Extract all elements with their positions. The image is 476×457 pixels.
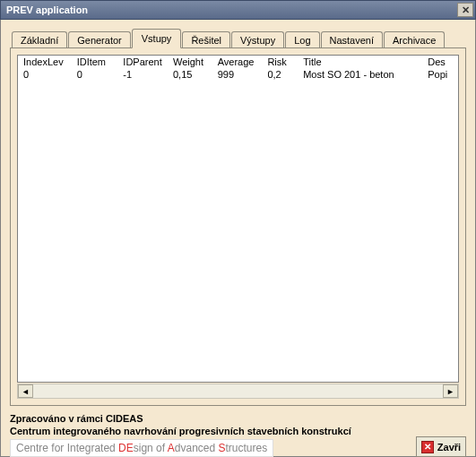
cell: 0,15 [168,68,212,81]
cell: 0,2 [262,68,298,81]
logo-text: DE [118,442,134,454]
list-header: IndexLevIDItemIDParentWeightAverageRiskT… [18,56,458,68]
cell: 0 [72,68,118,81]
logo-text: A [168,442,175,454]
tab-vstupy[interactable]: Vstupy [132,29,182,48]
window-close-button[interactable]: ✕ [457,3,473,17]
column-header[interactable]: IDItem [72,56,118,68]
logo-text: S [219,442,226,454]
arrow-right-icon: ► [446,387,454,396]
cell: Most SO 201 - beton [298,68,422,81]
scroll-right-button[interactable]: ► [443,384,458,398]
scroll-left-button[interactable]: ◄ [18,384,33,398]
logo-text: tructures [226,442,268,454]
cell: 0 [18,68,72,81]
column-header[interactable]: Title [298,56,422,68]
table-row[interactable]: 00-10,159990,2Most SO 201 - betonPopi [18,68,458,81]
footer-line2: Centrum integrovaného navrhování progres… [10,426,466,436]
arrow-left-icon: ◄ [22,387,30,396]
close-button[interactable]: ✕ Zavři [416,436,466,457]
tab-archivace[interactable]: Archivace [384,31,445,48]
close-x-icon: ✕ [421,441,434,453]
cell: Popi [422,68,458,81]
window-title: PREV application [6,4,88,15]
tab-řešitel[interactable]: Řešitel [182,31,230,48]
window-body: ZákladníGeneratorVstupyŘešitelVýstupyLog… [0,20,476,457]
column-header[interactable]: IDParent [117,56,168,68]
tab-bar: ZákladníGeneratorVstupyŘešitelVýstupyLog… [12,29,466,47]
column-header[interactable]: Des [422,56,458,68]
horizontal-scrollbar[interactable]: ◄ ► [17,384,459,399]
list-view[interactable]: IndexLevIDItemIDParentWeightAverageRiskT… [17,55,459,383]
column-header[interactable]: Average [212,56,263,68]
logo-text: dvanced [175,442,219,454]
tab-generator[interactable]: Generator [68,31,131,48]
footer: Zpracováno v rámci CIDEAS Centrum integr… [10,413,466,457]
cell: -1 [117,68,168,81]
tab-výstupy[interactable]: Výstupy [231,31,284,48]
logo-text: sign of [134,442,168,454]
list-rows: 00-10,159990,2Most SO 201 - betonPopi [18,68,458,81]
tab-nastavení[interactable]: Nastavení [321,31,384,48]
cideas-logo: Centre for Integrated DEsign of Advanced… [10,439,273,457]
column-header[interactable]: Risk [262,56,298,68]
column-header[interactable]: IndexLev [18,56,72,68]
tab-panel: IndexLevIDItemIDParentWeightAverageRiskT… [10,47,466,406]
tab-log[interactable]: Log [285,31,319,48]
column-header[interactable]: Weight [168,56,212,68]
cell: 999 [212,68,263,81]
close-button-label: Zavři [437,442,461,453]
footer-line1: Zpracováno v rámci CIDEAS [10,413,466,424]
title-bar: PREV application ✕ [0,0,476,20]
tab-základní[interactable]: Základní [12,31,67,48]
close-icon: ✕ [462,4,470,16]
logo-text: Centre for Integrated [16,442,118,454]
